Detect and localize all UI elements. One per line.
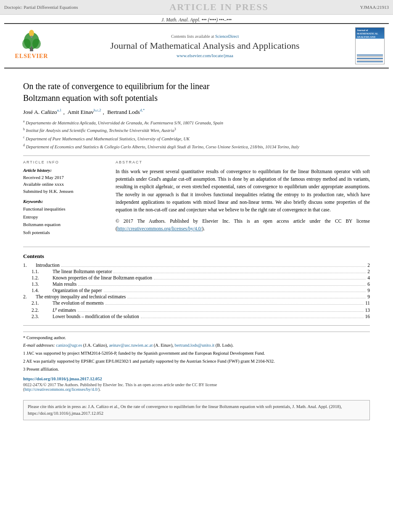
section-divider-2 bbox=[23, 325, 370, 326]
svg-point-5 bbox=[29, 30, 34, 37]
article-in-press-label: ARTICLE IN PRESS bbox=[169, 2, 268, 13]
section-divider-1 bbox=[23, 247, 370, 247]
abstract-column: ABSTRACT In this work we present several… bbox=[116, 160, 370, 241]
contents-heading: Contents bbox=[23, 253, 370, 260]
journal-title: Journal of Mathematical Analysis and App… bbox=[55, 40, 355, 51]
svg-point-2 bbox=[22, 39, 31, 49]
keyword-4: Soft potentials bbox=[23, 229, 107, 237]
toc-list: 1. Introduction 2 1.1. The linear Boltzm… bbox=[23, 263, 370, 319]
toc-item-2: 2. The entropy inequality and technical … bbox=[23, 295, 370, 300]
contents-section: Contents 1. Introduction 2 1.1. The line… bbox=[23, 253, 370, 319]
toc-item-2-title: The entropy inequality and technical est… bbox=[36, 295, 126, 300]
article-info-column: ARTICLE INFO Article history: Received 2… bbox=[23, 160, 107, 241]
author-1-sup: a,1 bbox=[57, 108, 62, 112]
abstract-heading: ABSTRACT bbox=[116, 160, 370, 164]
keyword-3: Boltzmann equation bbox=[23, 221, 107, 229]
author-2-sup: b,c,2 bbox=[94, 108, 101, 112]
keywords-block: Keywords: Functional inequalities Entrop… bbox=[23, 199, 107, 237]
main-content: On the rate of convergence to equilibriu… bbox=[0, 68, 393, 396]
footnote-2: 2 AE was partially supported by EPSRC gr… bbox=[23, 358, 370, 365]
author-1-name: José A. Cañizo bbox=[23, 109, 57, 115]
toc-subitem-2-1: 2.1. The evolution of moments 11 bbox=[32, 301, 370, 306]
affiliations-block: a Departamento de Matemática Aplicada, U… bbox=[23, 119, 370, 150]
svg-rect-4 bbox=[31, 47, 32, 51]
doi-section: https://doi.org/10.1016/j.jmaa.2017.12.0… bbox=[23, 377, 370, 392]
journal-center-block: Contents lists available at ScienceDirec… bbox=[55, 34, 355, 58]
svg-point-3 bbox=[32, 39, 41, 49]
toc-subitem-1-1: 1.1. The linear Boltzmann operator 2 bbox=[32, 269, 370, 274]
elsevier-logo: ELSEVIER bbox=[8, 29, 55, 63]
yjmaa-label: YJMAA:21913 bbox=[360, 5, 389, 10]
citation-box-text: Please cite this article in press as: J.… bbox=[28, 404, 342, 416]
article-info-abstract-section: ARTICLE INFO Article history: Received 2… bbox=[23, 155, 370, 241]
keyword-2: Entropy bbox=[23, 213, 107, 221]
toc-subitem-1-4: 1.4. Organization of the paper 9 bbox=[32, 288, 370, 293]
license-link[interactable]: http://creativecommons.org/licenses/by/4… bbox=[117, 226, 202, 231]
article-history-block: Article history: Received 2 May 2017 Ava… bbox=[23, 168, 107, 195]
toc-sublist-1: 1.1. The linear Boltzmann operator 2 1.2… bbox=[23, 269, 370, 293]
elsevier-text: ELSEVIER bbox=[15, 53, 48, 60]
issn-copyright-line: 0022-247X/© 2017 The Authors. Published … bbox=[23, 382, 370, 392]
journal-cover-image: Journal ofMATHEMATICALANALYSIS ANDAPPLIC… bbox=[355, 27, 385, 64]
author-2-name: Amit Einav bbox=[67, 109, 94, 115]
journal-url: www.elsevier.com/locate/jmaa bbox=[55, 53, 355, 58]
abstract-copyright: © 2017 The Authors. Published by Elsevie… bbox=[116, 217, 370, 233]
journal-header: ELSEVIER Contents lists available at Sci… bbox=[4, 23, 389, 68]
email-canizo[interactable]: canizo@ugr.es bbox=[56, 343, 82, 348]
toc-item-2-number: 2. bbox=[23, 295, 36, 300]
toc-dots-1 bbox=[61, 266, 366, 267]
author-3-sup: d,* bbox=[140, 108, 145, 112]
top-banner: Doctopic: Partial Differential Equations… bbox=[0, 0, 393, 15]
contents-available-line: Contents lists available at ScienceDirec… bbox=[55, 34, 355, 39]
toc-item-1-title: Introduction bbox=[36, 263, 60, 268]
email-addresses-line: E-mail addresses: canizo@ugr.es (J.A. Ca… bbox=[23, 342, 370, 349]
bottom-citation-box: Please cite this article in press as: J.… bbox=[23, 400, 370, 420]
corresponding-author-note: * Corresponding author. bbox=[23, 334, 370, 341]
received-date: Received 2 May 2017 bbox=[23, 174, 107, 181]
citation-line: J. Math. Anal. Appl. ••• (••••) •••–••• bbox=[0, 15, 393, 23]
footnote-3: 3 Present affiliation. bbox=[23, 366, 370, 373]
article-title: On the rate of convergence to equilibriu… bbox=[23, 80, 370, 104]
abstract-text: In this work we present several quantita… bbox=[116, 168, 370, 214]
footnotes-section: * Corresponding author. E-mail addresses… bbox=[23, 332, 370, 373]
sciencedirect-link[interactable]: ScienceDirect bbox=[215, 34, 239, 39]
available-online: Available online xxxx bbox=[23, 181, 107, 188]
toc-item-2-page: 9 bbox=[367, 295, 370, 300]
footnote-1: 1 JAC was supported by project MTM2014-5… bbox=[23, 350, 370, 357]
keyword-1: Functional inequalities bbox=[23, 205, 107, 213]
toc-sublist-2: 2.1. The evolution of moments 11 2.2. Lp… bbox=[23, 301, 370, 319]
toc-dots-2 bbox=[127, 298, 366, 298]
keywords-list: Functional inequalities Entropy Boltzman… bbox=[23, 205, 107, 237]
author-3-name: Bertrand Lods bbox=[107, 109, 140, 115]
toc-item-1-number: 1. bbox=[23, 263, 36, 268]
keywords-heading: Keywords: bbox=[23, 199, 107, 204]
license-link-2[interactable]: http://creativecommons.org/licenses/by/4… bbox=[24, 387, 98, 392]
article-info-heading: ARTICLE INFO bbox=[23, 160, 107, 164]
toc-item-1-page: 2 bbox=[367, 263, 370, 268]
email-lods[interactable]: bertrand.lods@unito.it bbox=[174, 343, 214, 348]
svg-rect-6 bbox=[31, 36, 32, 38]
email-einav[interactable]: aeinav@asc.tuwien.ac.at bbox=[109, 343, 153, 348]
doi-link[interactable]: https://doi.org/10.1016/j.jmaa.2017.12.0… bbox=[23, 377, 102, 381]
authors-line: José A. Cañizoa,1, Amit Einavb,c,2, Bert… bbox=[23, 108, 370, 116]
toc-item-1: 1. Introduction 2 bbox=[23, 263, 370, 268]
elsevier-tree-icon bbox=[15, 29, 48, 52]
submitted-by: Submitted by H.K. Jenssen bbox=[23, 188, 107, 195]
article-history-heading: Article history: bbox=[23, 168, 107, 173]
toc-subitem-2-3: 2.3. Lower bounds – modification of the … bbox=[32, 314, 370, 319]
toc-subitem-1-3: 1.3. Main results 6 bbox=[32, 282, 370, 287]
toc-subitem-2-2: 2.2. Lp estimates 13 bbox=[32, 307, 370, 313]
doctopic-label: Doctopic: Partial Differential Equations bbox=[4, 5, 78, 10]
toc-subitem-1-2: 1.2. Known properties of the linear Bolt… bbox=[32, 276, 370, 281]
